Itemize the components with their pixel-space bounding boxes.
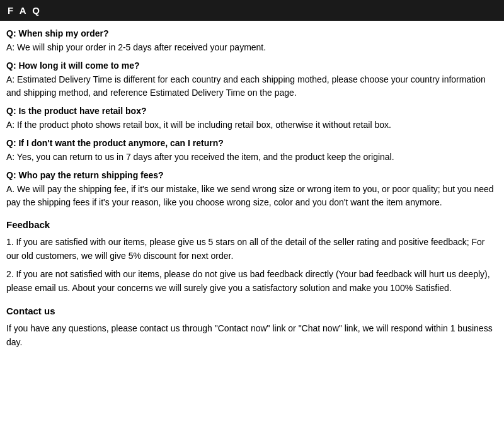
question-4: Q: Who pay the return shipping fees? [6, 170, 498, 180]
answer-1: A: Estimated Delivery Time is different … [6, 73, 498, 100]
answer-4: A. We will pay the shipping fee, if it's… [6, 183, 498, 209]
faq-header-bar: F A Q [0, 0, 504, 21]
contact-title: Contact us [6, 306, 498, 316]
answer-2: A: If the product photo shows retail box… [6, 118, 498, 132]
content-wrapper: Q: When ship my order?A: We will ship yo… [0, 28, 504, 355]
qa-item-2: Q: Is the product have retail box?A: If … [6, 106, 498, 132]
qa-item-3: Q: If I don't want the product anymore, … [6, 138, 498, 164]
qa-item-0: Q: When ship my order?A: We will ship yo… [6, 28, 498, 54]
question-2: Q: Is the product have retail box? [6, 106, 498, 116]
feedback-content: 1. If you are satisfied with our items, … [6, 235, 498, 295]
faq-list: Q: When ship my order?A: We will ship yo… [6, 28, 498, 209]
question-1: Q: How long it will come to me? [6, 60, 498, 71]
question-0: Q: When ship my order? [6, 28, 498, 38]
question-3: Q: If I don't want the product anymore, … [6, 138, 498, 148]
answer-0: A: We will ship your order in 2-5 days a… [6, 41, 498, 54]
faq-title: F A Q [8, 5, 42, 16]
contact-section: Contact us If you have any questions, pl… [6, 306, 498, 350]
qa-item-4: Q: Who pay the return shipping fees?A. W… [6, 170, 498, 209]
feedback-point-1: 2. If you are not satisfied with our ite… [6, 267, 498, 295]
feedback-section: Feedback 1. If you are satisfied with ou… [6, 219, 498, 295]
feedback-point-0: 1. If you are satisfied with our items, … [6, 235, 498, 263]
answer-3: A: Yes, you can return to us in 7 days a… [6, 151, 498, 164]
contact-text: If you have any questions, please contac… [6, 321, 498, 350]
feedback-title: Feedback [6, 219, 498, 230]
qa-item-1: Q: How long it will come to me?A: Estima… [6, 60, 498, 100]
